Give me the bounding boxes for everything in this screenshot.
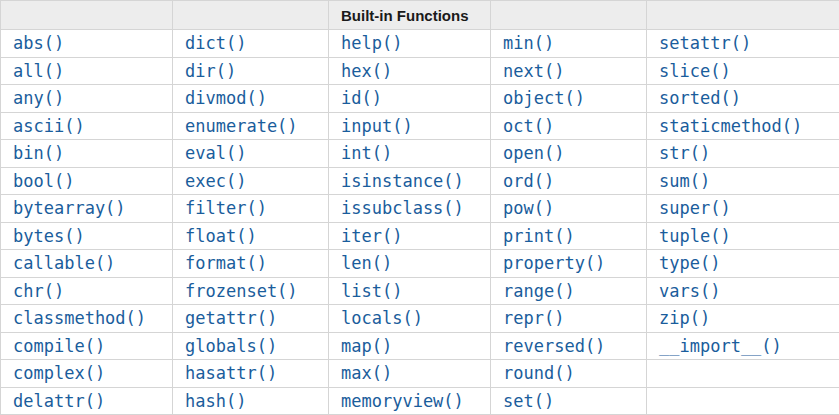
table-cell: bytearray() bbox=[1, 195, 173, 223]
function-link[interactable]: min() bbox=[503, 33, 554, 53]
function-link[interactable]: ord() bbox=[503, 171, 554, 191]
function-link[interactable]: pow() bbox=[503, 198, 554, 218]
function-link[interactable]: object() bbox=[503, 88, 585, 108]
function-link[interactable]: ascii() bbox=[13, 116, 85, 136]
function-link[interactable]: callable() bbox=[13, 253, 115, 273]
function-link[interactable]: round() bbox=[503, 363, 575, 383]
function-link[interactable]: filter() bbox=[185, 198, 267, 218]
table-cell: zip() bbox=[647, 305, 839, 333]
function-link[interactable]: int() bbox=[341, 143, 392, 163]
function-link[interactable]: complex() bbox=[13, 363, 105, 383]
function-link[interactable]: chr() bbox=[13, 281, 64, 301]
function-link[interactable]: print() bbox=[503, 226, 575, 246]
function-link[interactable]: getattr() bbox=[185, 308, 277, 328]
table-row: delattr()hash()memoryview()set() bbox=[1, 387, 839, 415]
function-link[interactable]: hash() bbox=[185, 391, 246, 411]
function-link[interactable]: map() bbox=[341, 336, 392, 356]
function-link[interactable]: format() bbox=[185, 253, 267, 273]
function-link[interactable]: any() bbox=[13, 88, 64, 108]
function-link[interactable]: property() bbox=[503, 253, 605, 273]
table-cell: format() bbox=[173, 250, 329, 278]
function-link[interactable]: issubclass() bbox=[341, 198, 464, 218]
header-cell-empty-4 bbox=[647, 1, 839, 30]
table-row: bool()exec()isinstance()ord()sum() bbox=[1, 167, 839, 195]
table-cell: dir() bbox=[173, 57, 329, 85]
function-link[interactable]: next() bbox=[503, 61, 564, 81]
function-link[interactable]: classmethod() bbox=[13, 308, 146, 328]
function-link[interactable]: frozenset() bbox=[185, 281, 298, 301]
function-link[interactable]: locals() bbox=[341, 308, 423, 328]
function-link[interactable]: dict() bbox=[185, 33, 246, 53]
table-cell: property() bbox=[491, 250, 647, 278]
function-link[interactable]: bytes() bbox=[13, 226, 85, 246]
table-cell: bytes() bbox=[1, 222, 173, 250]
function-link[interactable]: sorted() bbox=[659, 88, 741, 108]
function-link[interactable]: list() bbox=[341, 281, 402, 301]
function-link[interactable]: max() bbox=[341, 363, 392, 383]
table-cell: range() bbox=[491, 277, 647, 305]
function-link[interactable]: zip() bbox=[659, 308, 710, 328]
table-cell: isinstance() bbox=[329, 167, 491, 195]
table-row: bytes()float()iter()print()tuple() bbox=[1, 222, 839, 250]
table-cell: frozenset() bbox=[173, 277, 329, 305]
function-link[interactable]: sum() bbox=[659, 171, 710, 191]
table-cell: max() bbox=[329, 360, 491, 388]
table-cell: delattr() bbox=[1, 387, 173, 415]
function-link[interactable]: super() bbox=[659, 198, 731, 218]
function-link[interactable]: range() bbox=[503, 281, 575, 301]
function-link[interactable]: __import__() bbox=[659, 336, 782, 356]
table-row: classmethod()getattr()locals()repr()zip(… bbox=[1, 305, 839, 333]
table-cell: complex() bbox=[1, 360, 173, 388]
function-link[interactable]: delattr() bbox=[13, 391, 105, 411]
function-link[interactable]: bin() bbox=[13, 143, 64, 163]
function-link[interactable]: id() bbox=[341, 88, 382, 108]
function-link[interactable]: oct() bbox=[503, 116, 554, 136]
function-link[interactable]: staticmethod() bbox=[659, 116, 802, 136]
function-link[interactable]: input() bbox=[341, 116, 413, 136]
function-link[interactable]: str() bbox=[659, 143, 710, 163]
table-cell: sum() bbox=[647, 167, 839, 195]
function-link[interactable]: open() bbox=[503, 143, 564, 163]
function-link[interactable]: len() bbox=[341, 253, 392, 273]
function-link[interactable]: hex() bbox=[341, 61, 392, 81]
table-cell: filter() bbox=[173, 195, 329, 223]
function-link[interactable]: eval() bbox=[185, 143, 246, 163]
function-link[interactable]: enumerate() bbox=[185, 116, 298, 136]
function-link[interactable]: tuple() bbox=[659, 226, 731, 246]
function-link[interactable]: abs() bbox=[13, 33, 64, 53]
table-cell: tuple() bbox=[647, 222, 839, 250]
function-link[interactable]: compile() bbox=[13, 336, 105, 356]
function-link[interactable]: setattr() bbox=[659, 33, 751, 53]
function-link[interactable]: exec() bbox=[185, 171, 246, 191]
function-link[interactable]: memoryview() bbox=[341, 391, 464, 411]
table-cell: hex() bbox=[329, 57, 491, 85]
table-cell: sorted() bbox=[647, 85, 839, 113]
function-link[interactable]: vars() bbox=[659, 281, 720, 301]
function-link[interactable]: isinstance() bbox=[341, 171, 464, 191]
function-link[interactable]: type() bbox=[659, 253, 720, 273]
table-cell: round() bbox=[491, 360, 647, 388]
function-link[interactable]: float() bbox=[185, 226, 257, 246]
function-link[interactable]: hasattr() bbox=[185, 363, 277, 383]
table-cell: map() bbox=[329, 332, 491, 360]
table-header-row: Built-in Functions bbox=[1, 1, 839, 30]
builtin-functions-table: Built-in Functions abs()dict()help()min(… bbox=[0, 0, 839, 415]
function-link[interactable]: set() bbox=[503, 391, 554, 411]
table-cell: print() bbox=[491, 222, 647, 250]
table-row: complex()hasattr()max()round() bbox=[1, 360, 839, 388]
table-row: any()divmod()id()object()sorted() bbox=[1, 85, 839, 113]
function-link[interactable]: help() bbox=[341, 33, 402, 53]
function-link[interactable]: dir() bbox=[185, 61, 236, 81]
function-link[interactable]: all() bbox=[13, 61, 64, 81]
function-link[interactable]: repr() bbox=[503, 308, 564, 328]
function-link[interactable]: divmod() bbox=[185, 88, 267, 108]
function-link[interactable]: slice() bbox=[659, 61, 731, 81]
function-link[interactable]: globals() bbox=[185, 336, 277, 356]
function-link[interactable]: bool() bbox=[13, 171, 74, 191]
table-cell: divmod() bbox=[173, 85, 329, 113]
table-cell: staticmethod() bbox=[647, 112, 839, 140]
function-link[interactable]: bytearray() bbox=[13, 198, 126, 218]
function-link[interactable]: reversed() bbox=[503, 336, 605, 356]
table-cell: __import__() bbox=[647, 332, 839, 360]
function-link[interactable]: iter() bbox=[341, 226, 402, 246]
